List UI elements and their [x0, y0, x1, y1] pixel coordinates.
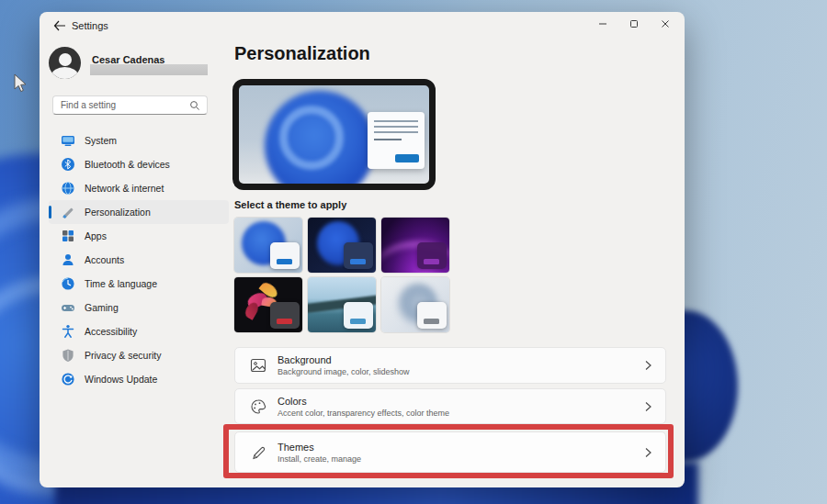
- theme-mini-window: [344, 242, 373, 269]
- chevron-right-icon: [642, 359, 653, 372]
- theme-tile-glow[interactable]: [381, 218, 449, 273]
- preview-wallpaper-ribbon: [279, 106, 344, 170]
- chevron-right-icon: [642, 446, 653, 459]
- sidebar-item-network-internet[interactable]: Network & internet: [49, 176, 229, 200]
- apps-grid-icon: [61, 229, 75, 243]
- sidebar-item-label: Gaming: [85, 302, 119, 313]
- bluetooth-icon: [61, 157, 75, 172]
- theme-tile-windows-light[interactable]: [234, 218, 302, 273]
- row-subtitle: Install, create, manage: [278, 454, 361, 464]
- search-input[interactable]: [61, 97, 185, 113]
- theme-tile-captured-motion[interactable]: [234, 277, 302, 332]
- theme-mini-window: [270, 302, 300, 329]
- update-arrows-icon: [61, 372, 75, 386]
- globe-icon: [61, 181, 75, 196]
- theme-mini-window: [417, 242, 447, 269]
- row-themes[interactable]: Themes Install, create, manage: [234, 431, 666, 473]
- sidebar-item-privacy-security[interactable]: Privacy & security: [49, 343, 229, 367]
- image-icon: [250, 357, 266, 374]
- row-colors[interactable]: Colors Accent color, transparency effect…: [234, 388, 666, 424]
- sidebar-item-label: Apps: [85, 230, 107, 241]
- accessibility-person-icon: [61, 324, 75, 339]
- clock-globe-icon: [61, 276, 75, 291]
- row-background[interactable]: Background Background image, color, slid…: [234, 347, 666, 384]
- preview-accent-button: [395, 154, 419, 162]
- maximize-icon: [629, 19, 639, 28]
- select-theme-label: Select a theme to apply: [234, 199, 346, 210]
- gamepad-icon: [61, 300, 75, 315]
- theme-mini-window: [417, 302, 447, 329]
- user-account-block[interactable]: Cesar Cadenas: [49, 47, 242, 80]
- close-icon: [661, 19, 670, 28]
- sidebar-item-label: Personalization: [85, 207, 151, 218]
- sidebar-item-label: System: [85, 135, 117, 146]
- row-subtitle: Background image, color, slideshow: [278, 367, 410, 376]
- sidebar-item-label: Time & language: [85, 278, 157, 289]
- avatar: [49, 47, 81, 79]
- sidebar-item-bluetooth-devices[interactable]: Bluetooth & devices: [49, 152, 229, 176]
- theme-mini-window: [344, 302, 373, 329]
- sidebar-item-label: Network & internet: [85, 183, 164, 194]
- window-title: Settings: [72, 20, 108, 31]
- titlebar: Settings: [40, 12, 685, 39]
- palette-icon: [250, 398, 266, 415]
- back-arrow-icon: [53, 20, 66, 31]
- theme-tile-sunrise[interactable]: [308, 277, 376, 332]
- theme-tile-flow[interactable]: [381, 277, 449, 332]
- sidebar-item-system[interactable]: System: [49, 129, 229, 152]
- chevron-right-icon: [642, 400, 653, 413]
- sidebar-item-label: Windows Update: [85, 374, 157, 385]
- sidebar-item-accounts[interactable]: Accounts: [49, 248, 229, 272]
- sidebar-item-time-language[interactable]: Time & language: [49, 272, 229, 296]
- row-title: Background: [278, 354, 410, 365]
- search-box[interactable]: [52, 95, 208, 115]
- back-button[interactable]: [50, 17, 70, 35]
- page-title: Personalization: [234, 43, 370, 64]
- sidebar-item-label: Bluetooth & devices: [85, 159, 170, 170]
- paintbrush-icon: [61, 205, 75, 219]
- sidebar-item-label: Accounts: [85, 254, 124, 265]
- sidebar-item-label: Privacy & security: [85, 350, 161, 361]
- mouse-cursor-icon: [13, 73, 28, 94]
- row-title: Themes: [278, 442, 361, 453]
- sidebar-item-accessibility[interactable]: Accessibility: [49, 319, 229, 343]
- sidebar-item-windows-update[interactable]: Windows Update: [49, 367, 229, 391]
- sidebar-item-apps[interactable]: Apps: [49, 224, 229, 248]
- sidebar-nav: System Bluetooth & devices Network & int…: [49, 129, 229, 391]
- sidebar-item-gaming[interactable]: Gaming: [49, 296, 229, 319]
- theme-grid: [234, 218, 455, 332]
- theme-tile-windows-dark[interactable]: [308, 218, 376, 273]
- minimize-button[interactable]: [587, 14, 618, 34]
- sidebar-item-label: Accessibility: [85, 326, 137, 337]
- preview-dialog-card: [368, 112, 425, 169]
- maximize-button[interactable]: [618, 14, 650, 34]
- minimize-icon: [598, 19, 607, 28]
- desktop-wallpaper: Settings: [0, 0, 827, 504]
- pen-icon: [250, 444, 266, 461]
- close-button[interactable]: [650, 14, 681, 34]
- theme-mini-window: [270, 242, 300, 269]
- row-title: Colors: [278, 396, 449, 407]
- shield-icon: [61, 348, 75, 363]
- user-email-redacted: [90, 64, 208, 75]
- sidebar-item-personalization[interactable]: Personalization: [49, 200, 229, 224]
- system-icon: [61, 133, 75, 148]
- theme-preview-monitor: [232, 79, 436, 190]
- row-subtitle: Accent color, transparency effects, colo…: [278, 409, 449, 418]
- person-icon: [61, 252, 75, 267]
- settings-window: Settings: [40, 12, 685, 487]
- search-icon: [189, 100, 200, 111]
